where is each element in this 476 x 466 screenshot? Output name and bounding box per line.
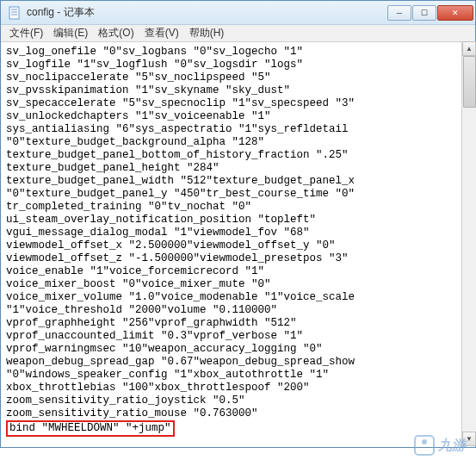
window-controls: ─ ☐ ✕ bbox=[386, 5, 473, 21]
svg-rect-0 bbox=[9, 7, 19, 19]
maximize-button[interactable]: ☐ bbox=[412, 5, 436, 21]
menu-file[interactable]: 文件(F) bbox=[4, 26, 48, 40]
watermark-icon bbox=[414, 435, 435, 456]
minimize-button[interactable]: ─ bbox=[387, 5, 411, 21]
notepad-icon bbox=[8, 6, 22, 20]
scroll-up-button[interactable]: ▲ bbox=[462, 41, 476, 56]
scroll-thumb[interactable] bbox=[463, 56, 476, 108]
menu-help[interactable]: 帮助(H) bbox=[184, 26, 230, 40]
vertical-scrollbar[interactable]: ▲ ▼ bbox=[461, 41, 476, 446]
close-button[interactable]: ✕ bbox=[437, 5, 473, 21]
watermark-text: 九游 bbox=[438, 437, 466, 455]
config-text: sv_log_onefile "0"sv_logbans "0"sv_logec… bbox=[6, 46, 355, 419]
highlighted-line: bind "MWHEELDOWN" "+jump" bbox=[6, 420, 175, 437]
menu-view[interactable]: 查看(V) bbox=[139, 26, 184, 40]
window-title: config - 记事本 bbox=[27, 5, 386, 20]
notepad-window: config - 记事本 ─ ☐ ✕ 文件(F) 编辑(E) 格式(O) 查看(… bbox=[0, 0, 476, 448]
menu-format[interactable]: 格式(O) bbox=[93, 26, 139, 40]
menu-edit[interactable]: 编辑(E) bbox=[48, 26, 93, 40]
text-content[interactable]: sv_log_onefile "0"sv_logbans "0"sv_logec… bbox=[1, 42, 475, 447]
menubar: 文件(F) 编辑(E) 格式(O) 查看(V) 帮助(H) bbox=[1, 25, 475, 42]
watermark: 九游 bbox=[414, 435, 466, 456]
titlebar[interactable]: config - 记事本 ─ ☐ ✕ bbox=[1, 1, 475, 25]
